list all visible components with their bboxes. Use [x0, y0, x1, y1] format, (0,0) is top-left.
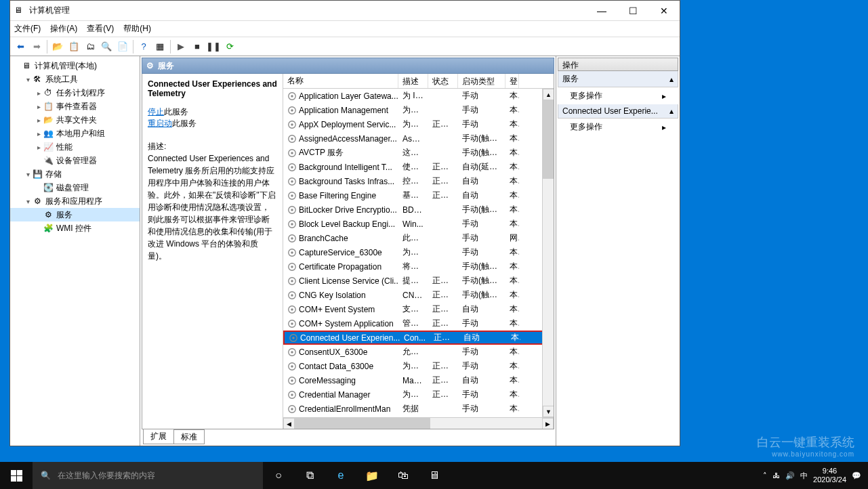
twisty-icon[interactable]: ▸: [35, 116, 43, 124]
tree-item[interactable]: ▸📂共享文件夹: [10, 113, 140, 127]
tb-btn-3[interactable]: 🗂: [83, 39, 98, 54]
menu-file[interactable]: 文件(F): [14, 23, 41, 35]
menu-help[interactable]: 帮助(H): [123, 23, 151, 35]
store-icon[interactable]: 🛍: [388, 462, 419, 489]
twisty-icon[interactable]: ▸: [35, 89, 43, 97]
tree-item[interactable]: ▾🛠系统工具: [10, 72, 140, 86]
taskview-icon[interactable]: ⧉: [294, 462, 325, 489]
maximize-button[interactable]: ☐: [617, 1, 648, 21]
tab-standard[interactable]: 标准: [173, 429, 205, 444]
tb-btn-5[interactable]: 📄: [115, 39, 130, 54]
service-row[interactable]: CoreMessagingMan...正在...自动本: [283, 373, 554, 387]
service-row[interactable]: Application Layer Gatewa...为 In...手动本: [283, 89, 554, 103]
service-row[interactable]: Contact Data_6300e为联...正在...手动本: [283, 359, 554, 373]
back-button[interactable]: ⬅: [13, 39, 28, 54]
menu-action[interactable]: 操作(A): [50, 23, 77, 35]
service-row[interactable]: Certificate Propagation将用...手动(触发...本: [283, 259, 554, 274]
restart-button[interactable]: ⟳: [222, 39, 237, 54]
service-row[interactable]: Credential Manager为用...正在...手动本: [283, 387, 554, 402]
scroll-down-icon[interactable]: ▼: [543, 406, 554, 417]
volume-icon[interactable]: 🔊: [785, 471, 795, 480]
tb-btn-1[interactable]: 📂: [50, 39, 65, 54]
col-logon[interactable]: 登: [505, 74, 519, 88]
app-icon[interactable]: 🖥: [419, 462, 450, 489]
cortana-icon[interactable]: ○: [263, 462, 294, 489]
service-row[interactable]: AssignedAccessManager...Assi...手动(触发...本: [283, 131, 554, 146]
twisty-icon[interactable]: ▸: [35, 144, 43, 151]
service-row[interactable]: BranchCache此服...手动网: [283, 231, 554, 245]
forward-button[interactable]: ➡: [29, 39, 44, 54]
tree-item[interactable]: ▾⚙服务和应用程序: [10, 194, 140, 208]
tree-item[interactable]: ⚙服务: [10, 208, 140, 221]
scroll-thumb[interactable]: [295, 418, 430, 429]
service-row[interactable]: BitLocker Drive Encryptio...BDE...手动(触发.…: [283, 203, 554, 217]
service-row[interactable]: Background Tasks Infras...控制...正在...自动本: [283, 174, 554, 188]
service-row[interactable]: COM+ System Application管理...正在...手动本: [283, 316, 554, 331]
tb-btn-4[interactable]: 🔍: [99, 39, 114, 54]
actions-group-selected[interactable]: Connected User Experie...▴: [558, 104, 678, 119]
navigation-tree[interactable]: 🖥计算机管理(本地)▾🛠系统工具▸⏱任务计划程序▸📋事件查看器▸📂共享文件夹▸👥…: [10, 56, 140, 446]
tree-item[interactable]: 💽磁盘管理: [10, 181, 140, 194]
clock[interactable]: 9:46 2020/3/24: [813, 467, 846, 484]
service-row[interactable]: AppX Deployment Servic...为部...正在...手动本: [283, 117, 554, 131]
tree-item[interactable]: 🔌设备管理器: [10, 154, 140, 167]
table-header[interactable]: 名称 描述 状态 启动类型 登: [283, 74, 554, 89]
tray-up-icon[interactable]: ˄: [763, 471, 767, 480]
service-row[interactable]: COM+ Event System支持...正在...自动本: [283, 302, 554, 316]
col-name[interactable]: 名称: [283, 74, 398, 88]
ime-icon[interactable]: 中: [800, 471, 808, 481]
tree-item[interactable]: 🧩WMI 控件: [10, 221, 140, 235]
tree-item[interactable]: ▸📋事件查看器: [10, 100, 140, 113]
twisty-icon[interactable]: ▾: [24, 76, 32, 83]
stop-button[interactable]: ■: [190, 39, 205, 54]
tree-item[interactable]: ▸📈性能: [10, 140, 140, 154]
play-button[interactable]: ▶: [173, 39, 188, 54]
tree-item[interactable]: 🖥计算机管理(本地): [10, 59, 140, 72]
twisty-icon[interactable]: ▾: [24, 171, 32, 178]
scroll-thumb[interactable]: [543, 100, 554, 179]
col-desc[interactable]: 描述: [398, 74, 428, 88]
menu-view[interactable]: 查看(V): [87, 23, 114, 35]
service-row[interactable]: Connected User Experien...Con...正在...自动本: [283, 331, 554, 345]
search-box[interactable]: 🔍 在这里输入你要搜索的内容: [33, 462, 263, 489]
stop-link[interactable]: 停止: [148, 107, 164, 116]
tb-btn-2[interactable]: 📋: [66, 39, 81, 54]
twisty-icon[interactable]: ▸: [35, 103, 43, 110]
close-button[interactable]: ✕: [648, 1, 680, 21]
actions-more-2[interactable]: 更多操作▸: [558, 119, 678, 135]
start-button[interactable]: [0, 462, 33, 489]
service-row[interactable]: CaptureService_6300e为调...手动本: [283, 245, 554, 259]
twisty-icon[interactable]: ▾: [24, 198, 32, 205]
network-icon[interactable]: 🖧: [772, 471, 780, 480]
actions-more-1[interactable]: 更多操作▸: [558, 87, 678, 104]
service-row[interactable]: Base Filtering Engine基本...正在...自动本: [283, 188, 554, 203]
horizontal-scrollbar[interactable]: ◀ ▶: [283, 417, 554, 429]
explorer-icon[interactable]: 📁: [356, 462, 388, 489]
edge-icon[interactable]: e: [325, 462, 356, 489]
scroll-up-icon[interactable]: ▲: [543, 89, 554, 100]
scroll-right-icon[interactable]: ▶: [542, 418, 554, 429]
service-row[interactable]: CredentialEnrollmentMan凭据手动本: [283, 402, 554, 416]
service-row[interactable]: AVCTP 服务这是...手动(触发...本: [283, 146, 554, 160]
actions-group-services[interactable]: 服务▴: [558, 71, 678, 87]
tree-item[interactable]: ▾💾存储: [10, 167, 140, 181]
system-tray[interactable]: ˄ 🖧 🔊 中 9:46 2020/3/24 💬: [763, 467, 868, 484]
service-row[interactable]: CNG Key IsolationCNG...正在...手动(触发...本: [283, 288, 554, 302]
service-row[interactable]: Block Level Backup Engi...Win...手动本: [283, 217, 554, 231]
twisty-icon[interactable]: ▸: [35, 130, 43, 137]
vertical-scrollbar[interactable]: ▲ ▼: [542, 89, 554, 417]
tree-item[interactable]: ▸👥本地用户和组: [10, 127, 140, 140]
scroll-left-icon[interactable]: ◀: [283, 418, 295, 429]
notifications-icon[interactable]: 💬: [852, 471, 861, 480]
tb-btn-6[interactable]: ▦: [152, 39, 167, 54]
col-status[interactable]: 状态: [428, 74, 458, 88]
col-startup[interactable]: 启动类型: [458, 74, 505, 88]
service-row[interactable]: Client License Service (Cli...提供...正在...…: [283, 274, 554, 288]
minimize-button[interactable]: —: [586, 1, 617, 21]
tab-extended[interactable]: 扩展: [143, 429, 174, 444]
restart-link[interactable]: 重启动: [148, 119, 172, 128]
tree-item[interactable]: ▸⏱任务计划程序: [10, 86, 140, 100]
service-row[interactable]: ConsentUX_6300e允许...手动本: [283, 345, 554, 359]
service-row[interactable]: Application Management为通...手动本: [283, 103, 554, 117]
service-row[interactable]: Background Intelligent T...使用...正在...自动(…: [283, 160, 554, 174]
